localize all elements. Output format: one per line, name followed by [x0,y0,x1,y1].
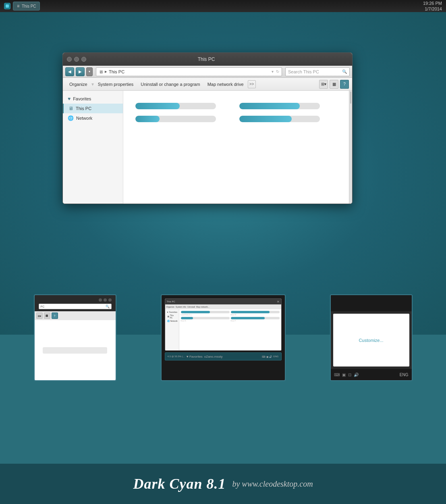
preview-box-1: PC 🔍 ⊞▾ ▦ ? [34,294,116,381]
preview-box-3: Customize... ⌨ ▣ ⊡ 🔊 ENG [330,294,413,381]
sidebar-item-favorites[interactable]: ♥ Favorites [63,94,123,104]
drive-bar-fill-1 [135,103,180,109]
minimize-button[interactable] [67,57,72,62]
p2-taskbar-sys: ⌨ ▣ 🔊 ENG [262,355,278,358]
dropdown-button[interactable]: ▾ [86,67,93,76]
p2-taskbar-info: 4:3 @ 55.5% (... [168,355,185,358]
window-body: ♥ Favorites 🖥 This PC 🌐 Network [63,91,352,204]
preview1-search-icon: 🔍 [106,305,110,308]
forward-button[interactable]: ▶ [76,67,85,76]
preview3-customize-label: Customize... [359,338,383,343]
map-network-button[interactable]: Map network drive [204,81,247,88]
drive-bar-bg-2 [239,103,320,109]
preview2-inner: This PC ✕ Organize System info Uninstall… [162,295,285,380]
preview3-inner: Customize... ⌨ ▣ ⊡ 🔊 ENG [331,295,412,380]
brand-footer: Dark Cyan 8.1 by www.cleodesktop.com [0,464,446,504]
address-bar[interactable]: 🖥 ▸ This PC ▾ ↻ [96,67,282,76]
p2-uninstall: Uninstall [187,306,195,308]
preview2-window: This PC ✕ Organize System info Uninstall… [165,298,282,351]
p2-favorites: ♥ Favorites [166,310,178,314]
taskbar-window-label: This PC [22,4,36,8]
preview1-controls [99,298,112,302]
p2-sys-icons: ⌨ ▣ 🔊 [262,355,272,358]
uninstall-button[interactable]: Uninstall or change a program [137,81,203,88]
favorites-icon: ♥ [68,96,71,102]
preview3-taskbar: ⌨ ▣ ⊡ 🔊 ENG [331,369,412,380]
p2-bar-2: Drive D: [231,311,280,316]
taskbar-window-item[interactable]: 🖥 This PC [13,2,40,10]
ribbon-toolbar: Organize ▾ System properties Uninstall o… [63,78,352,91]
brand-title: Dark Cyan 8.1 [133,475,226,492]
maximize-button[interactable] [74,57,79,62]
p2-thispc: 🖥 This PC [166,314,178,319]
search-placeholder: Search This PC [288,69,319,74]
p1-dot-3 [108,298,112,302]
help-button[interactable]: ? [340,80,349,89]
p2-ozano-taskitem: oZano.mssty [204,355,223,358]
p2-bar-1: Local Disk (C:) [181,311,230,316]
p2-sysinfo: System info [176,306,186,308]
ribbon-view-icons: ⊞▾ ▦ ? [319,80,349,89]
taskbar-left: 🖥 This PC [4,2,40,10]
network-icon: 🌐 [68,115,74,121]
preview3-top [331,295,412,311]
view-mode-button[interactable]: ⊞▾ [319,80,328,89]
drive-grid [131,99,341,126]
p2-mapnet: Map network... [196,306,210,308]
window-title: This PC [86,56,326,62]
p2-lang: ENG [273,355,278,358]
p2-pc-icon: 🖥 [167,315,169,318]
preview-box-2: This PC ✕ Organize System info Uninstall… [161,294,286,381]
details-pane-button[interactable]: ▦ [330,80,338,89]
drive-bar-bg-1 [135,103,216,109]
sidebar-item-network[interactable]: 🌐 Network [63,113,123,123]
p3-keyboard-icon: ⌨ [334,373,340,377]
p2-network: 🌐 Network [166,319,178,323]
taskbar-top: 🖥 This PC 19:26 PM 1/7/2014 [0,0,446,12]
p2-net-icon: 🌐 [167,320,170,322]
file-explorer-window: This PC ◀ ▶ ▾ 🖥 ▸ This PC ▾ ↻ Search Thi… [62,52,353,204]
sidebar-label-favorites: Favorites [73,96,91,101]
preview1-address-text: PC [41,305,45,308]
back-button[interactable]: ◀ [65,67,74,76]
start-button[interactable] [4,3,10,9]
previews-row: PC 🔍 ⊞▾ ▦ ? This PC ✕ [0,294,446,381]
drive-bar-bg-3 [135,116,216,122]
address-path: This PC [109,69,124,74]
organize-button[interactable]: Organize [66,81,91,88]
p1-help-icon: ? [52,312,58,319]
p1-pane-icon: ▦ [44,312,50,319]
preview2-body: ♥ Favorites 🖥 This PC 🌐 Network [165,309,281,350]
content-area [123,91,349,204]
scrollbar[interactable] [349,91,352,204]
p2-organize: Organize [166,306,174,308]
preview1-toolbar: ⊞▾ ▦ ? [35,311,116,320]
p3-network-icon: ⊡ [348,373,351,377]
drive-bar-fill-2 [239,103,300,109]
p2-taskbar-items: 4:3 @ 55.5% (... ♥ Favorites oZano.mssty [168,355,223,358]
search-box[interactable]: Search This PC 🔍 [285,67,350,76]
system-properties-button[interactable]: System properties [95,81,137,88]
window-titlebar: This PC [63,53,352,66]
sidebar: ♥ Favorites 🖥 This PC 🌐 Network [63,91,123,204]
p2-bar-4: Drive F: [231,317,280,322]
p2-bar-3: Drive E: [181,317,230,322]
p1-dot-2 [104,298,107,302]
preview2-title: This PC ✕ [165,299,281,304]
preview3-white-area: Customize... [333,314,409,367]
more-button[interactable]: >> [248,80,256,88]
sidebar-item-thispc[interactable]: 🖥 This PC [63,104,123,113]
p1-dot-1 [99,298,102,302]
preview1-address: PC 🔍 [39,304,112,309]
sidebar-label-network: Network [76,116,92,121]
drive-bar-fill-4 [239,116,292,122]
drive-item-4 [239,116,337,122]
preview2-ribbon: Organize System info Uninstall Map netwo… [165,304,281,309]
preview3-taskbar-icons: ⌨ ▣ ⊡ 🔊 [334,373,359,377]
preview3-lang: ENG [400,373,409,377]
sidebar-label-thispc: This PC [76,106,91,111]
close-button[interactable] [81,57,86,62]
window-toolbar: ◀ ▶ ▾ 🖥 ▸ This PC ▾ ↻ Search This PC 🔍 [63,66,352,78]
preview2-content: Local Disk (C:) Drive D: Drive E: D [179,309,281,350]
clock-time: 19:26 PM [423,0,442,6]
